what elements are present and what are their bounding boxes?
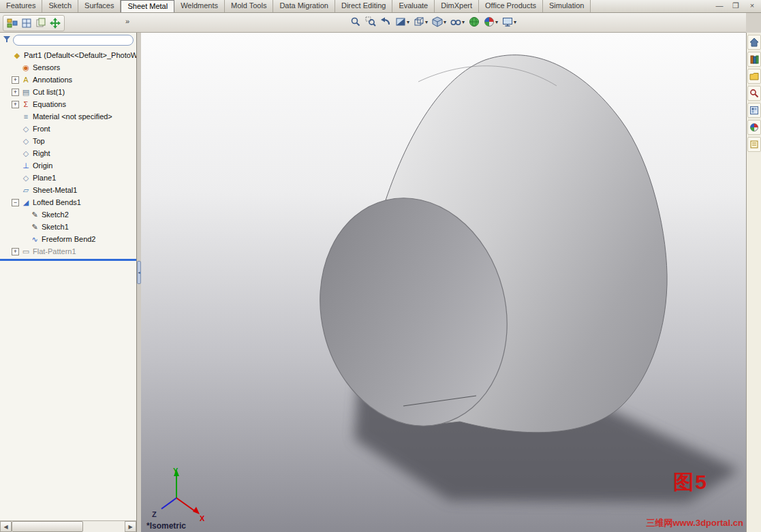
tree-item-front[interactable]: ◇Front [0,123,136,135]
tree-filter-input[interactable] [18,37,129,44]
tab-features[interactable]: Features [0,0,42,12]
expander-spacer [20,236,28,243]
origin-icon: ⊥ [21,161,31,170]
tree-item-lofted-bends1[interactable]: −◢Lofted Bends1 [0,196,136,208]
home-icon[interactable] [747,35,761,50]
appearances-icon[interactable] [747,120,761,135]
tree-item-origin[interactable]: ⊥Origin [0,159,136,172]
expand-plus-icon[interactable]: + [12,76,19,84]
tab-evaluate[interactable]: Evaluate [392,0,435,12]
tree-item-label: Sketch1 [42,223,69,231]
tree-item-sketch2[interactable]: ✎Sketch2 [0,208,136,221]
restore-button[interactable]: ❐ [730,1,741,11]
dropdown-arrow-icon[interactable]: ▾ [407,19,409,25]
tab-dimxpert[interactable]: DimXpert [435,0,479,12]
view-orientation-icon[interactable]: ▾ [412,15,429,29]
tree-item-annotations[interactable]: +AAnnotations [0,74,136,86]
dropdown-arrow-icon[interactable]: ▾ [425,19,428,25]
toolbar-overflow-chevron[interactable]: » [125,17,129,25]
hide-show-items-icon[interactable]: ▾ [449,15,466,29]
tab-simulation[interactable]: Simulation [543,0,591,12]
expand-plus-icon[interactable]: + [12,248,19,255]
tree-item-part1-default-default-photoworl[interactable]: ◆Part1 (Default<<Default>_PhotoWorl [0,49,136,61]
tab-office-products[interactable]: Office Products [479,0,543,12]
view-settings-icon[interactable]: ▾ [501,15,518,29]
search-icon[interactable] [747,86,761,101]
tree-horizontal-scrollbar: ◀ ▶ [0,520,136,532]
tree-item-label: Right [33,149,50,157]
plane-icon: ◇ [21,174,31,183]
dropdown-arrow-icon[interactable]: ▾ [495,19,498,25]
scroll-left-arrow[interactable]: ◀ [0,521,12,532]
tree-item-label: Freeform Bend2 [42,235,95,243]
graphics-viewport[interactable]: Y X Z *Isometric 图5 三维网www.3dportal.cn [141,33,746,532]
model-cone[interactable] [296,55,667,446]
tab-mold-tools[interactable]: Mold Tools [225,0,273,12]
triad-y-label: Y [173,467,178,475]
apply-scene-icon[interactable] [467,15,481,29]
previous-view-icon[interactable] [379,15,392,29]
expand-plus-icon[interactable]: + [12,89,19,96]
cut-list-icon: ▤ [21,88,31,97]
tab-direct-editing[interactable]: Direct Editing [335,0,392,12]
configurationmanager-tab-icon[interactable] [35,17,47,29]
expander-spacer [12,138,19,145]
tree-item-freeform-bend2[interactable]: ∿Freeform Bend2 [0,233,136,245]
expander-spacer [12,150,19,157]
expand-plus-icon[interactable]: + [12,101,19,108]
tree-item-label: Sensors [33,63,60,72]
scrollbar-track[interactable] [12,521,125,532]
zoom-area-icon[interactable] [364,15,377,29]
design-library-icon[interactable] [747,52,761,67]
featuremanager-tab-icon[interactable] [6,17,18,29]
filter-funnel-icon [3,34,11,46]
watermark-text: 三维网www.3dportal.cn [646,517,743,529]
scroll-right-arrow[interactable]: ▶ [125,521,136,532]
tree-item-sketch1[interactable]: ✎Sketch1 [0,221,136,233]
expander-spacer [12,187,19,194]
tab-sketch[interactable]: Sketch [42,0,78,12]
tree-item-sensors[interactable]: ◉Sensors [0,61,136,74]
tree-item-top[interactable]: ◇Top [0,135,136,147]
panel-toolbar [3,15,65,31]
scrollbar-thumb[interactable] [12,521,83,532]
file-explorer-icon[interactable] [747,69,761,84]
flat-pattern-icon: ▭ [21,247,31,256]
collapse-minus-icon[interactable]: − [12,199,19,206]
propertymanager-tab-icon[interactable] [20,17,33,29]
tab-weldments[interactable]: Weldments [174,0,225,12]
triad-z-label: Z [152,510,157,518]
tree-item-material-not-specified[interactable]: ≡Material <not specified> [0,110,136,123]
dropdown-arrow-icon[interactable]: ▾ [514,19,516,25]
tree-item-flat-pattern1[interactable]: +▭Flat-Pattern1 [0,245,136,257]
tree-item-equations[interactable]: +ΣEquations [0,98,136,110]
command-tabs: FeaturesSketchSurfacesSheet MetalWeldmen… [0,0,591,12]
tree-item-sheet-metal1[interactable]: ▱Sheet-Metal1 [0,184,136,196]
tab-surfaces[interactable]: Surfaces [78,0,121,12]
dropdown-arrow-icon[interactable]: ▾ [444,19,446,25]
lofted-bends-icon: ◢ [21,198,31,207]
tab-data-migration[interactable]: Data Migration [273,0,335,12]
dimxpertmanager-tab-icon[interactable] [49,17,61,29]
close-button[interactable]: × [747,1,758,11]
tab-sheet-metal[interactable]: Sheet Metal [121,0,174,12]
window-controls: —❐× [714,1,758,11]
section-view-icon[interactable]: ▾ [394,15,411,29]
tree-item-plane1[interactable]: ◇Plane1 [0,172,136,184]
tree-item-label: Plane1 [33,174,56,182]
triad-x-label: X [200,514,205,522]
tree-item-label: Part1 (Default<<Default>_PhotoWorl [24,51,136,59]
part-icon: ◆ [12,51,22,60]
minimize-button[interactable]: — [714,1,725,11]
dropdown-arrow-icon[interactable]: ▾ [462,19,465,25]
toolbar-row: » ▾▾▾▾▾▾ [0,13,746,33]
custom-properties-icon[interactable] [747,137,761,152]
zoom-fit-icon[interactable] [349,15,362,29]
sketch-icon: ✎ [30,223,40,232]
rollback-bar[interactable] [0,259,136,261]
view-palette-icon[interactable] [747,103,761,118]
tree-item-cut-list-1[interactable]: +▤Cut list(1) [0,86,136,98]
display-style-icon[interactable]: ▾ [431,15,448,29]
tree-item-right[interactable]: ◇Right [0,147,136,159]
edit-appearance-icon[interactable]: ▾ [482,15,499,29]
